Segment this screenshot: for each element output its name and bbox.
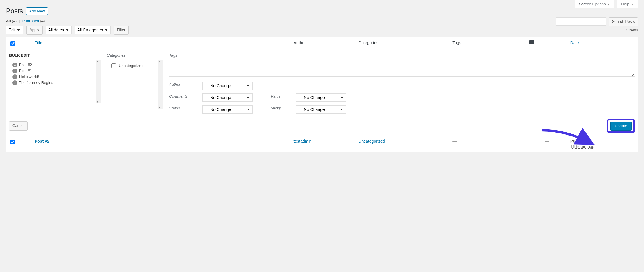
- bulk-edit-items-list: ✕ Post #2 ✕ Post #1 ✕ Hello world!: [9, 60, 101, 103]
- scrollbar[interactable]: [96, 60, 101, 103]
- column-date[interactable]: Date: [570, 40, 579, 45]
- pings-select[interactable]: — No Change —: [296, 93, 346, 102]
- post-title-link[interactable]: Post #2: [35, 139, 49, 144]
- row-checkbox[interactable]: [10, 140, 15, 144]
- search-posts-button[interactable]: Search Posts: [609, 17, 638, 26]
- column-tags: Tags: [449, 37, 526, 50]
- post-author-link[interactable]: testadmin: [294, 139, 312, 144]
- items-count: 4 items: [626, 28, 638, 32]
- apply-button[interactable]: Apply: [26, 26, 43, 35]
- tags-label: Tags: [169, 53, 635, 58]
- column-categories: Categories: [355, 37, 449, 50]
- remove-item-icon[interactable]: ✕: [12, 63, 17, 67]
- select-all-checkbox[interactable]: [10, 41, 15, 46]
- bulk-item: ✕ Post #2: [12, 62, 98, 68]
- page-title: Posts: [6, 7, 23, 15]
- category-option[interactable]: Uncategorized: [110, 63, 160, 69]
- post-status-filters: All (4) | Published (4): [6, 19, 638, 23]
- sticky-select[interactable]: — No Change —: [296, 105, 346, 114]
- category-filter-select[interactable]: All Categories: [75, 26, 111, 34]
- search-input[interactable]: [556, 17, 606, 26]
- bulk-edit-panel: BULK EDIT ✕ Post #2 ✕ Post #1: [6, 50, 638, 136]
- comments-select[interactable]: — No Change —: [202, 93, 253, 102]
- bulk-item: ✕ Hello world!: [12, 74, 98, 80]
- update-button[interactable]: Update: [610, 122, 632, 130]
- pings-label: Pings: [263, 94, 289, 98]
- post-date-ago: 16 hours ago: [570, 144, 595, 149]
- filter-all[interactable]: All (4): [6, 19, 18, 23]
- author-select[interactable]: — No Change —: [202, 82, 253, 90]
- dates-filter-select[interactable]: All dates: [46, 26, 72, 34]
- filter-button[interactable]: Filter: [114, 26, 129, 35]
- add-new-button[interactable]: Add New: [26, 7, 48, 15]
- bulk-edit-heading: BULK EDIT: [9, 53, 101, 58]
- bulk-item: ✕ Post #1: [12, 68, 98, 74]
- screen-options-tab[interactable]: Screen Options: [575, 0, 615, 8]
- post-comments-count: —: [545, 139, 549, 144]
- bulk-item: ✕ The Journey Begins: [12, 80, 98, 86]
- comments-label: Comments: [169, 94, 195, 98]
- post-tags: —: [452, 139, 457, 144]
- category-checkbox[interactable]: [111, 63, 116, 68]
- bulk-action-select[interactable]: Edit: [6, 26, 23, 34]
- scrollbar[interactable]: [158, 60, 163, 109]
- chevron-down-icon: [607, 2, 610, 6]
- remove-item-icon[interactable]: ✕: [12, 80, 17, 85]
- post-category-link[interactable]: Uncategorized: [358, 139, 385, 144]
- help-tab[interactable]: Help: [617, 0, 638, 8]
- comment-icon: [529, 40, 534, 44]
- status-label: Status: [169, 106, 195, 110]
- post-date-status: Published: [570, 139, 589, 144]
- column-title[interactable]: Title: [35, 40, 42, 45]
- categories-checklist: Uncategorized: [107, 60, 163, 109]
- author-label: Author: [169, 82, 195, 87]
- table-row: Post #2 testadmin Uncategorized — — Publ…: [6, 136, 638, 152]
- cancel-button[interactable]: Cancel: [9, 121, 28, 131]
- annotation-highlight: Update: [607, 119, 635, 133]
- help-label: Help: [621, 2, 629, 6]
- chevron-down-icon: [631, 2, 634, 6]
- tags-input[interactable]: [169, 60, 635, 77]
- categories-label: Categories: [107, 53, 163, 58]
- remove-item-icon[interactable]: ✕: [12, 74, 17, 79]
- column-author: Author: [291, 37, 356, 50]
- remove-item-icon[interactable]: ✕: [12, 69, 17, 73]
- sticky-label: Sticky: [263, 106, 289, 110]
- status-select[interactable]: — No Change —: [202, 105, 253, 114]
- filter-published[interactable]: Published (4): [22, 19, 45, 23]
- screen-options-label: Screen Options: [579, 2, 606, 6]
